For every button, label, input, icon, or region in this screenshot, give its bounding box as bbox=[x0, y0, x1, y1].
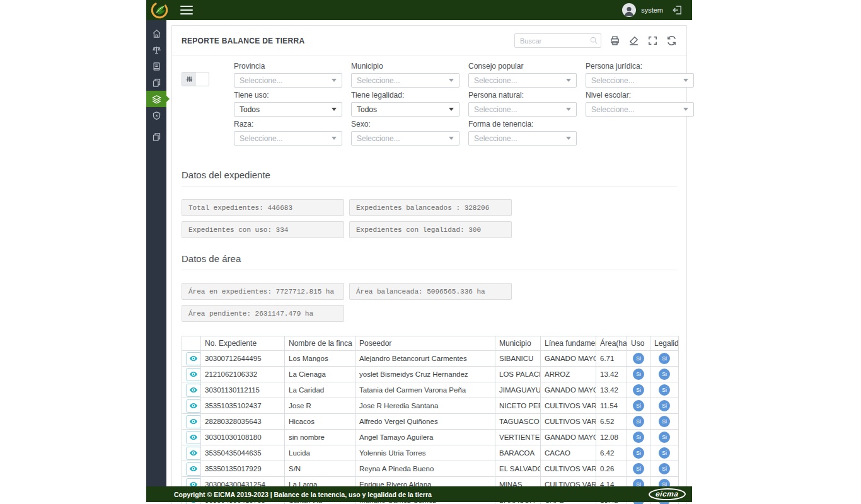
cell-municipio: EL SALVADOR bbox=[495, 461, 541, 477]
report-card: REPORTE BALANCE DE TIERRA ProvinciaSelec… bbox=[171, 25, 687, 504]
eye-icon bbox=[189, 449, 198, 457]
cell-linea: GANADO MAYOR bbox=[541, 430, 596, 445]
filters-toggle-button[interactable] bbox=[182, 72, 209, 86]
select-municipio[interactable]: Seleccione... bbox=[351, 73, 459, 88]
view-row-button[interactable] bbox=[186, 447, 201, 460]
select-value: Todos bbox=[357, 105, 449, 114]
cell-finca: La Caridad bbox=[285, 382, 355, 398]
select-value: Seleccione... bbox=[240, 134, 332, 143]
eye-icon bbox=[189, 386, 198, 394]
uso-badge: Si bbox=[633, 463, 644, 474]
uso-badge: Si bbox=[633, 400, 644, 411]
filter-field-tiene-legalidad: Tiene legalidad:Todos bbox=[351, 89, 459, 117]
select-sexo[interactable]: Seleccione... bbox=[351, 131, 459, 146]
cell-area: 6.42 bbox=[596, 445, 627, 461]
cell-linea: CULTIVOS VARIOS bbox=[541, 414, 596, 430]
documents-icon bbox=[152, 78, 161, 88]
cell-legalidad: Si bbox=[650, 351, 679, 367]
cell-poseedor: Jose R Heredia Santana bbox=[355, 398, 495, 414]
clear-filters-icon[interactable] bbox=[628, 35, 639, 46]
cell-area: 6.52 bbox=[596, 414, 627, 430]
select-tiene-legalidad[interactable]: Todos bbox=[351, 102, 459, 117]
view-cell bbox=[182, 445, 201, 461]
column-header: Línea fundamental bbox=[541, 336, 596, 351]
select-persona-natural[interactable]: Seleccione... bbox=[468, 102, 577, 117]
cell-finca: Lucida bbox=[285, 445, 355, 461]
sidebar-item-security[interactable] bbox=[146, 107, 166, 123]
eye-icon bbox=[189, 354, 198, 363]
refresh-icon[interactable] bbox=[666, 35, 677, 46]
filter-field-tiene-uso: Tiene uso:Todos bbox=[234, 89, 342, 117]
chevron-down-icon bbox=[683, 108, 688, 111]
select-nivel-escolar[interactable]: Seleccione... bbox=[586, 102, 694, 117]
sidebar-item-journal[interactable] bbox=[146, 58, 166, 74]
view-row-button[interactable] bbox=[186, 384, 201, 397]
stat-box: Expedientes con uso: 334 bbox=[182, 221, 344, 238]
view-row-button[interactable] bbox=[186, 352, 201, 365]
cell-expediente: 30301030108180 bbox=[201, 430, 285, 445]
stat-box: Expedientes balanceados : 328206 bbox=[349, 199, 512, 216]
sidebar-item-expedientes[interactable] bbox=[146, 74, 166, 91]
topbar: system bbox=[146, 0, 692, 20]
cell-municipio: TAGUASCO bbox=[495, 414, 541, 430]
view-row-button[interactable] bbox=[186, 368, 201, 381]
legalidad-badge: Si bbox=[659, 400, 670, 411]
area-section: Datos de área Área en expedientes: 77277… bbox=[172, 238, 686, 322]
expediente-section-title: Datos del expediente bbox=[182, 154, 677, 186]
stat-box: Área pendiente: 2631147.479 ha bbox=[182, 305, 344, 322]
table-row: 28280328035643HicacosAlfredo Vergel Quiñ… bbox=[182, 414, 679, 430]
view-cell bbox=[182, 414, 201, 430]
cell-finca: Hicacos bbox=[285, 414, 355, 430]
cell-legalidad: Si bbox=[650, 382, 679, 398]
search-input[interactable] bbox=[514, 33, 601, 48]
select-provincia[interactable]: Seleccione... bbox=[234, 73, 342, 88]
cell-uso: Si bbox=[627, 382, 650, 398]
view-cell bbox=[182, 398, 201, 414]
table-header-row: No. ExpedienteNombre de la fincaPoseedor… bbox=[182, 336, 679, 351]
cell-linea: CULTIVOS VARIOS bbox=[541, 398, 596, 414]
select-persona-juridica[interactable]: Seleccione... bbox=[586, 73, 694, 88]
fullscreen-icon[interactable] bbox=[647, 35, 658, 46]
person-icon bbox=[623, 4, 635, 17]
sidebar-item-balance[interactable] bbox=[146, 42, 166, 58]
select-consejo-popular[interactable]: Seleccione... bbox=[468, 73, 577, 88]
sidebar-item-home[interactable] bbox=[146, 25, 166, 42]
home-icon bbox=[152, 29, 161, 38]
view-row-button[interactable] bbox=[186, 415, 201, 428]
cell-linea: CULTIVOS VARIOS bbox=[541, 461, 596, 477]
select-raza[interactable]: Seleccione... bbox=[234, 131, 342, 146]
filter-field-provincia: ProvinciaSeleccione... bbox=[234, 60, 342, 88]
chevron-down-icon bbox=[332, 79, 337, 82]
sidebar-item-reportes[interactable] bbox=[146, 129, 166, 145]
cell-legalidad: Si bbox=[650, 430, 679, 445]
table-row: 35351035102437Jose RJose R Heredia Santa… bbox=[182, 398, 679, 414]
cell-finca: La Cienaga bbox=[285, 367, 355, 382]
cell-expediente: 35351035102437 bbox=[201, 398, 285, 414]
uso-badge: Si bbox=[633, 416, 644, 427]
search-icon bbox=[589, 36, 598, 45]
cell-area: 0.26 bbox=[596, 461, 627, 477]
filter-field-forma-de-tenencia: Forma de tenencia:Seleccione... bbox=[468, 118, 577, 146]
view-cell bbox=[182, 367, 201, 382]
column-header: Legalidad bbox=[650, 336, 679, 351]
stat-box: Área balanceada: 5096565.336 ha bbox=[349, 283, 512, 300]
select-forma-de-tenencia[interactable]: Seleccione... bbox=[468, 131, 577, 146]
uso-badge: Si bbox=[633, 369, 644, 380]
expediente-stats: Total expedientes: 446683Expedientes bal… bbox=[182, 199, 677, 238]
menu-toggle-icon[interactable] bbox=[180, 6, 193, 14]
view-row-button[interactable] bbox=[186, 399, 201, 413]
select-tiene-uso[interactable]: Todos bbox=[234, 102, 342, 117]
sidebar-item-balance-tierra[interactable] bbox=[146, 91, 166, 107]
logout-icon[interactable] bbox=[672, 4, 683, 16]
legalidad-badge: Si bbox=[659, 369, 670, 380]
view-row-button[interactable] bbox=[186, 431, 201, 444]
legalidad-badge: Si bbox=[659, 432, 670, 443]
select-value: Seleccione... bbox=[474, 76, 566, 85]
chevron-down-icon bbox=[683, 79, 688, 82]
cell-uso: Si bbox=[627, 367, 650, 382]
table-row: 35350135017929S/NReyna A Pineda BuenoEL … bbox=[182, 461, 679, 477]
view-row-button[interactable] bbox=[186, 462, 201, 476]
user-avatar[interactable] bbox=[622, 3, 636, 17]
table-row: 30300712644495Los MangosAlejandro Betanc… bbox=[182, 351, 679, 367]
print-icon[interactable] bbox=[610, 35, 620, 46]
